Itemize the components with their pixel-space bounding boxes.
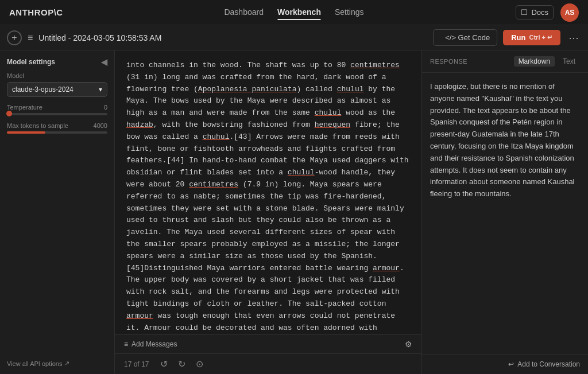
docs-checkbox-icon: ☐: [521, 8, 528, 17]
docs-button[interactable]: ☐ Docs: [516, 5, 554, 20]
nav-links: Dashboard Workbench Settings: [224, 5, 363, 20]
text-bottom-bar: ≡ Add Messages ⚙: [115, 334, 421, 353]
run-label: Run: [511, 33, 525, 42]
add-icon: +: [11, 33, 17, 43]
chevron-down-icon: ▾: [99, 85, 102, 94]
temperature-row: Temperature 0: [7, 104, 107, 111]
run-button[interactable]: Run Ctrl + ↵: [503, 30, 560, 45]
bottom-controls: 17 of 17 ↺ ↻ ⊙: [115, 353, 421, 374]
model-field: Model claude-3-opus-2024 ▾: [7, 72, 107, 97]
collapse-button[interactable]: ◀: [101, 57, 107, 67]
underlined-word: chuhul: [203, 133, 230, 141]
second-bar: + ≡ Untitled - 2024-03-05 10:58:53 AM </…: [0, 25, 588, 50]
undo-button[interactable]: ↺: [158, 357, 170, 371]
sidebar-section-title: Model settings ◀: [7, 57, 107, 67]
underlined-word: armour: [373, 264, 400, 272]
right-panel: RESPONSE Markdown Text I apologize, but …: [421, 50, 588, 374]
model-label: Model: [7, 72, 107, 79]
underlined-word: hadzab: [126, 120, 153, 129]
response-label: RESPONSE: [430, 58, 467, 65]
history-button[interactable]: ⊙: [194, 357, 206, 371]
add-messages-button[interactable]: ≡ Add Messages: [124, 340, 177, 348]
max-tokens-slider[interactable]: [7, 131, 107, 134]
nav-workbench[interactable]: Workbench: [277, 5, 321, 20]
add-button[interactable]: +: [7, 30, 22, 45]
menu-icon: ≡: [28, 33, 33, 42]
main-layout: Model settings ◀ Model claude-3-opus-202…: [0, 50, 588, 374]
underlined-word: henequen: [315, 120, 350, 129]
external-link-icon: ↗: [64, 360, 69, 367]
underlined-word: chulul: [288, 168, 315, 177]
sidebar-top: Model settings ◀ Model claude-3-opus-202…: [7, 57, 107, 141]
temperature-slider[interactable]: [7, 113, 107, 115]
text-area[interactable]: into channels in the wood. The shaft was…: [115, 50, 421, 334]
avatar[interactable]: AS: [560, 3, 579, 22]
format-tabs: Markdown Text: [514, 56, 580, 67]
underlined-word: centimetres: [350, 61, 400, 69]
page-count: 17 of 17: [124, 360, 149, 368]
top-nav: ANTHROP\C Dashboard Workbench Settings ☐…: [0, 0, 588, 25]
model-select[interactable]: claude-3-opus-2024 ▾: [7, 82, 107, 97]
underlined-word: chulul: [337, 85, 364, 94]
temperature-field: Temperature 0: [7, 104, 107, 115]
center-content: into channels in the wood. The shaft was…: [115, 50, 421, 374]
back-arrow-icon: ↩: [508, 360, 514, 368]
underlined-word: chulul: [315, 108, 342, 117]
brand-logo: ANTHROP\C: [9, 7, 63, 17]
max-tokens-fill: [7, 131, 45, 134]
get-code-button[interactable]: </> Get Code: [433, 29, 497, 46]
nav-right: ☐ Docs AS: [516, 3, 579, 22]
response-body: I apologize, but there is no mention of …: [422, 73, 588, 354]
menu-button[interactable]: ≡: [28, 33, 33, 43]
content-text: into channels in the wood. The shaft was…: [126, 60, 410, 334]
underlined-word: centimetres: [189, 180, 238, 189]
more-options-button[interactable]: ⋯: [566, 32, 581, 44]
tab-markdown[interactable]: Markdown: [514, 56, 555, 67]
filter-button[interactable]: ⚙: [405, 340, 412, 349]
document-title: Untitled - 2024-03-05 10:58:53 AM: [38, 33, 427, 42]
underlined-word: Apoplanesia paniculata: [198, 85, 297, 94]
response-header: RESPONSE Markdown Text: [422, 50, 588, 73]
add-to-conversation-button[interactable]: ↩ Add to Conversation: [508, 360, 580, 368]
run-shortcut: Ctrl + ↵: [529, 34, 552, 41]
menu-lines-icon: ≡: [124, 340, 128, 348]
response-footer: ↩ Add to Conversation: [422, 354, 588, 374]
left-sidebar: Model settings ◀ Model claude-3-opus-202…: [0, 50, 115, 374]
view-api-link[interactable]: View all API options ↗: [7, 360, 107, 367]
underlined-word: armour: [126, 311, 153, 320]
max-tokens-row: Max tokens to sample 4000: [7, 122, 107, 129]
redo-button[interactable]: ↻: [176, 357, 188, 371]
max-tokens-field: Max tokens to sample 4000: [7, 122, 107, 134]
nav-settings[interactable]: Settings: [335, 5, 364, 20]
temperature-thumb: [6, 111, 12, 116]
tab-text[interactable]: Text: [558, 56, 580, 67]
nav-dashboard[interactable]: Dashboard: [224, 5, 264, 20]
